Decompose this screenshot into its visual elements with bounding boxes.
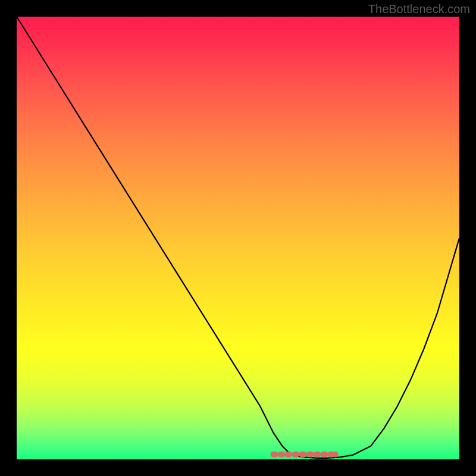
chart-svg-layer bbox=[17, 17, 459, 459]
chart-plot-area bbox=[17, 17, 459, 459]
plateau-end-dot bbox=[333, 452, 339, 458]
bottleneck-curve bbox=[17, 17, 459, 458]
watermark-text: TheBottleneck.com bbox=[368, 2, 470, 16]
